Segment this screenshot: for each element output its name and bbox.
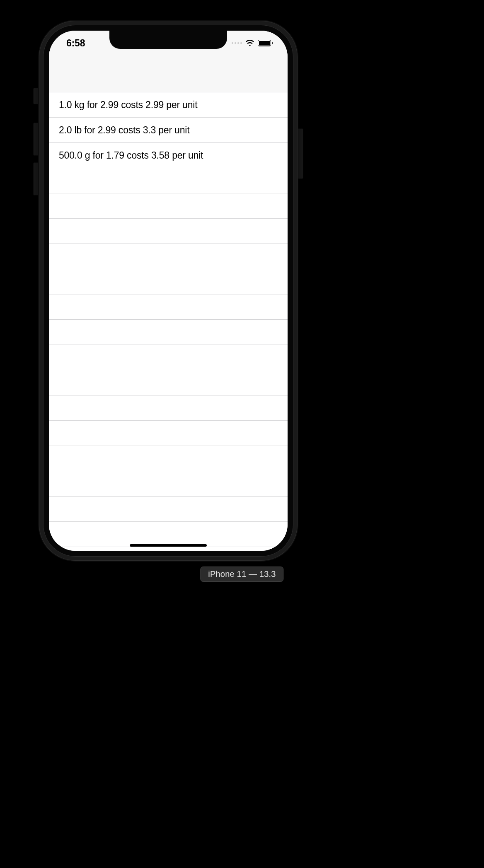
list-item-label: 500.0 g for 1.79 costs 3.58 per unit <box>59 150 203 161</box>
table-row-empty <box>49 522 288 547</box>
status-indicators <box>232 40 273 46</box>
mute-switch <box>33 88 39 104</box>
table-view[interactable]: 1.0 kg for 2.99 costs 2.99 per unit 2.0 … <box>49 92 288 551</box>
table-row-empty <box>49 446 288 471</box>
table-row[interactable]: 500.0 g for 1.79 costs 3.58 per unit <box>49 143 288 168</box>
table-row-empty <box>49 244 288 269</box>
wifi-icon <box>245 40 254 46</box>
home-indicator[interactable] <box>130 544 207 547</box>
screen: 6:58 1.0 kg for 2.99 cos <box>49 31 288 551</box>
table-row-empty <box>49 345 288 370</box>
table-row-empty <box>49 497 288 522</box>
list-item-label: 1.0 kg for 2.99 costs 2.99 per unit <box>59 99 197 111</box>
table-row-empty <box>49 193 288 219</box>
table-row-empty <box>49 370 288 395</box>
volume-down-button <box>33 162 39 195</box>
battery-icon <box>258 40 273 46</box>
device-frame: 6:58 1.0 kg for 2.99 cos <box>39 21 298 561</box>
table-row-empty <box>49 168 288 193</box>
table-row-empty <box>49 547 288 551</box>
table-row-empty <box>49 395 288 421</box>
table-row[interactable]: 2.0 lb for 2.99 costs 3.3 per unit <box>49 118 288 143</box>
table-row-empty <box>49 219 288 244</box>
notch <box>109 31 227 49</box>
table-row-empty <box>49 471 288 497</box>
list-item-label: 2.0 lb for 2.99 costs 3.3 per unit <box>59 125 189 136</box>
simulator-caption: iPhone 11 — 13.3 <box>200 567 283 582</box>
table-row-empty <box>49 320 288 345</box>
volume-up-button <box>33 123 39 156</box>
table-row[interactable]: 1.0 kg for 2.99 costs 2.99 per unit <box>49 92 288 118</box>
status-time: 6:58 <box>66 38 85 49</box>
cellular-icon <box>232 42 242 44</box>
power-button <box>298 128 303 179</box>
table-row-empty <box>49 294 288 320</box>
table-row-empty <box>49 421 288 446</box>
navigation-bar <box>49 55 288 92</box>
table-row-empty <box>49 269 288 294</box>
